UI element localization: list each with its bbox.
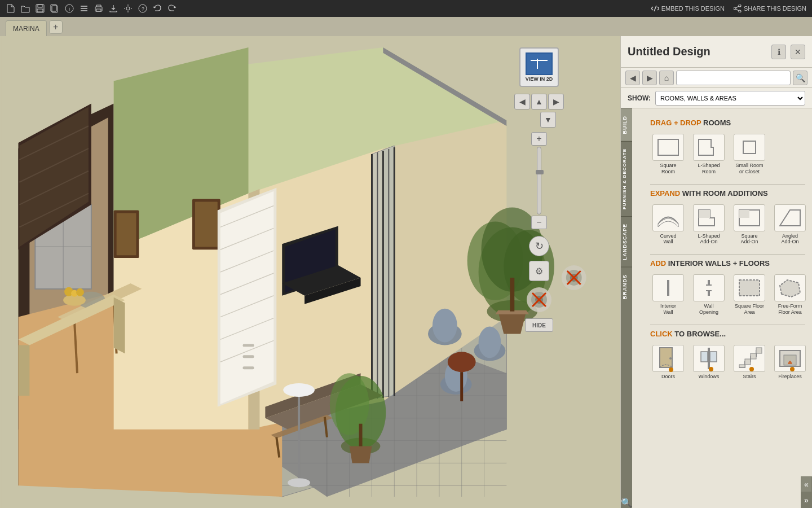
nav-up-button[interactable]: ▲: [531, 94, 547, 110]
svg-text:?: ?: [142, 6, 144, 12]
windows-icon: [693, 345, 725, 372]
stairs-icon: [734, 345, 765, 372]
l-shaped-addon-label: L-ShapedAdd-On: [698, 233, 720, 246]
share-button[interactable]: SHARE THIS DESIGN: [734, 5, 806, 12]
svg-point-102: [479, 327, 501, 358]
tab-brands[interactable]: BRANDS: [621, 267, 632, 306]
square-floor-icon: [734, 274, 765, 301]
zoom-out-button[interactable]: −: [531, 216, 547, 229]
square-addon-item[interactable]: SquareAdd-On: [731, 202, 767, 248]
expand-additions-grid: CurvedWall L-ShapedAdd-On: [650, 202, 805, 248]
tab-furnish[interactable]: FURNISH & DECORATE: [621, 141, 632, 216]
l-shaped-addon-item[interactable]: L-ShapedAdd-On: [691, 202, 727, 248]
view-2d-button[interactable]: VIEW IN 2D: [519, 47, 559, 87]
svg-rect-130: [658, 139, 678, 155]
svg-point-142: [669, 357, 672, 360]
redo-icon[interactable]: [167, 3, 177, 14]
nav-down-button[interactable]: ▼: [540, 112, 556, 128]
stairs-label: Stairs: [743, 374, 756, 380]
embed-button[interactable]: EMBED THIS DESIGN: [651, 5, 725, 12]
settings-icon[interactable]: [123, 3, 133, 14]
svg-marker-118: [350, 446, 372, 463]
panel-bottom-controls: « »: [801, 476, 812, 508]
svg-rect-151: [756, 348, 762, 353]
svg-rect-1: [38, 5, 42, 7]
svg-text:i: i: [69, 6, 70, 12]
interior-wall-label: InteriorWall: [660, 303, 676, 316]
stairs-item[interactable]: Stairs: [731, 343, 767, 382]
panel-search-input[interactable]: [676, 71, 791, 85]
collapse-down-button[interactable]: »: [801, 492, 812, 508]
svg-point-147: [709, 367, 713, 371]
open-icon[interactable]: [20, 3, 30, 14]
svg-point-15: [739, 5, 741, 7]
search-panel-button[interactable]: 🔍: [621, 497, 632, 508]
zoom-in-button[interactable]: +: [531, 132, 547, 146]
panel-forward-button[interactable]: ▶: [642, 71, 657, 85]
doors-item[interactable]: Doors: [650, 343, 686, 382]
free-form-floor-icon: [774, 274, 806, 301]
l-shaped-room-icon: [693, 134, 725, 161]
section-browse-title: CLICK TO BROWSE...: [650, 330, 805, 338]
zoom-controls: + −: [531, 132, 547, 229]
new-file-icon[interactable]: [6, 3, 16, 14]
free-form-floor-item[interactable]: Free-FormFloor Area: [772, 272, 808, 318]
design-canvas[interactable]: VIEW IN 2D ◀ ▲ ▶ ▼: [0, 36, 620, 508]
interior-wall-item[interactable]: InteriorWall: [650, 272, 686, 318]
vertical-tabs: BUILD FURNISH & DECORATE LANDSCAPE BRAND…: [621, 108, 632, 508]
l-shaped-addon-icon: [693, 204, 725, 231]
undo-icon[interactable]: [152, 3, 162, 14]
show-select[interactable]: ROOMS, WALLS & AREAS: [655, 91, 805, 106]
zoom-slider[interactable]: [537, 147, 541, 214]
help-icon[interactable]: ?: [138, 3, 148, 14]
tab-build[interactable]: BUILD: [621, 108, 632, 141]
panel-search-button[interactable]: 🔍: [793, 71, 807, 85]
view-controls: VIEW IN 2D ◀ ▲ ▶ ▼: [514, 47, 564, 332]
section-drag-drop-title: DRAG + DROP ROOMS: [650, 119, 805, 127]
save-icon[interactable]: [35, 3, 45, 14]
camera-settings-button[interactable]: ⚙: [529, 261, 549, 281]
svg-rect-52: [195, 202, 218, 247]
hide-button[interactable]: HIDE: [525, 318, 553, 332]
copy-icon[interactable]: [50, 3, 60, 14]
svg-rect-11: [96, 9, 101, 11]
square-addon-label: SquareAdd-On: [740, 233, 758, 246]
divider-2: [650, 254, 805, 255]
wall-opening-icon: [693, 274, 725, 301]
wall-opening-item[interactable]: WallOpening: [691, 272, 727, 318]
panel-header: Untitled Design ℹ ✕: [621, 36, 812, 68]
curved-wall-item[interactable]: CurvedWall: [650, 202, 686, 248]
svg-rect-148: [739, 365, 745, 367]
square-room-item[interactable]: SquareRoom: [650, 132, 686, 177]
tab-marina[interactable]: MARINA: [6, 20, 47, 36]
square-addon-icon: [734, 204, 765, 231]
print-icon[interactable]: [94, 3, 104, 14]
svg-rect-85: [243, 355, 254, 358]
square-room-icon: [652, 134, 684, 161]
collapse-up-button[interactable]: «: [801, 476, 812, 492]
zoom-handle[interactable]: [536, 170, 544, 174]
l-shaped-room-item[interactable]: L-ShapedRoom: [691, 132, 727, 177]
panel-settings-button[interactable]: ✕: [791, 45, 805, 59]
small-room-item[interactable]: Small Roomor Closet: [731, 132, 767, 177]
list-icon[interactable]: [79, 3, 89, 14]
doors-icon: [652, 345, 684, 372]
panel-home-button[interactable]: ⌂: [659, 71, 674, 85]
tab-landscape[interactable]: LANDSCAPE: [621, 216, 632, 267]
windows-item[interactable]: Windows: [691, 343, 727, 382]
svg-rect-86: [243, 366, 254, 369]
angled-addon-item[interactable]: AngledAdd-On: [772, 202, 808, 248]
nav-left-button[interactable]: ◀: [514, 94, 530, 110]
info-icon[interactable]: i: [64, 3, 74, 14]
divider-3: [650, 325, 805, 325]
nav-right-button[interactable]: ▶: [548, 94, 564, 110]
section-expand-title: EXPAND WITH ROOM ADDITIONS: [650, 189, 805, 198]
tab-add-button[interactable]: +: [49, 20, 63, 34]
svg-point-117: [330, 373, 369, 435]
panel-back-button[interactable]: ◀: [625, 71, 640, 85]
export-icon[interactable]: [108, 3, 118, 14]
fireplaces-item[interactable]: Fireplaces: [772, 343, 808, 382]
panel-info-button[interactable]: ℹ: [771, 45, 786, 59]
square-floor-item[interactable]: Square FloorArea: [731, 272, 767, 318]
rotate-button[interactable]: ↻: [529, 236, 549, 256]
